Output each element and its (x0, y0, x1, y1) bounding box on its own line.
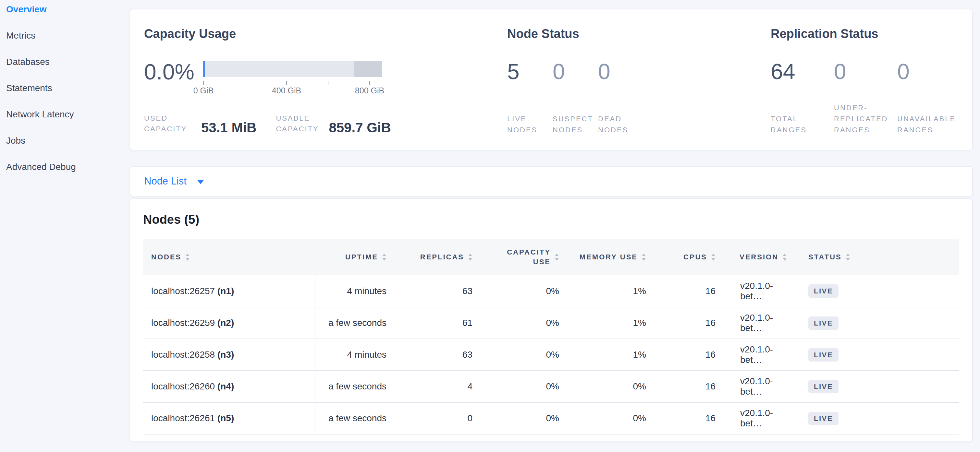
sort-arrows-icon (555, 254, 559, 261)
sort-header-uptime[interactable]: UPTIME (315, 239, 393, 275)
under-replicated-ranges-metric: 0 UNDER- REPLICATED RANGES (834, 60, 897, 136)
column-label-memory-use: MEMORY USE (579, 252, 638, 262)
capacity-use-cell: 0% (479, 371, 566, 402)
dead-nodes-value: 0 (598, 60, 643, 82)
status-badge: LIVE (808, 380, 838, 393)
node-id: (n1) (217, 286, 234, 296)
status-cell: LIVE (791, 339, 959, 371)
column-label-uptime: UPTIME (345, 252, 378, 262)
sidebar-item-statements[interactable]: Statements (0, 75, 129, 101)
replicas-cell: 4 (393, 371, 479, 402)
sidebar-item-databases[interactable]: Databases (0, 49, 129, 75)
unavailable-ranges-label: UNAVAILABLE RANGES (897, 114, 961, 136)
memory-use-cell: 1% (566, 307, 656, 339)
sort-arrows-icon (641, 254, 646, 261)
total-ranges-value: 64 (771, 60, 834, 82)
sidebar-item-network-latency[interactable]: Network Latency (0, 101, 129, 127)
capacity-use-cell: 0% (479, 402, 566, 434)
usable-capacity-label: USABLE CAPACITY (276, 113, 329, 134)
usable-capacity-value: 859.7 GiB (329, 121, 391, 134)
replication-status-title: Replication Status (771, 27, 972, 40)
column-label-replicas: REPLICAS (420, 252, 464, 262)
sort-header-capacity-use[interactable]: CAPACITY USE (479, 239, 566, 275)
column-label-cpus: CPUS (683, 252, 707, 262)
node-address: localhost:26258 (151, 349, 215, 360)
sort-header-status[interactable]: STATUS (791, 239, 959, 275)
live-nodes-value: 5 (507, 60, 553, 82)
node-address: localhost:26259 (151, 318, 215, 328)
unavailable-ranges-value: 0 (897, 60, 961, 82)
node-address-cell[interactable]: localhost:26261 (n5) (143, 402, 315, 434)
capacity-use-cell: 0% (479, 307, 566, 339)
uptime-cell: a few seconds (315, 371, 393, 402)
live-nodes-metric: 5 LIVE NODES (507, 60, 553, 136)
dead-nodes-metric: 0 DEAD NODES (598, 60, 643, 136)
capacity-usage-title: Capacity Usage (144, 27, 507, 40)
replicas-cell: 63 (393, 339, 479, 371)
status-cell: LIVE (791, 371, 959, 402)
version-cell: v20.1.0-bet… (722, 402, 791, 434)
cpus-cell: 16 (656, 275, 722, 307)
memory-use-cell: 0% (566, 402, 656, 434)
node-id: (n2) (217, 318, 234, 328)
capacity-usage-section: Capacity Usage 0.0% 0 GiB 400 GiB 800 Gi… (130, 10, 507, 150)
memory-use-cell: 1% (566, 275, 656, 307)
node-row-n1: localhost:26257 (n1) 4 minutes 63 0% 1% … (143, 275, 959, 307)
node-list-dropdown[interactable]: Node List (130, 167, 972, 196)
node-row-n2: localhost:26259 (n2) a few seconds 61 0%… (143, 307, 959, 339)
version-cell: v20.1.0-bet… (722, 339, 791, 371)
chevron-down-icon (197, 180, 204, 184)
node-address-cell[interactable]: localhost:26258 (n3) (143, 339, 315, 371)
replicas-cell: 63 (393, 275, 479, 307)
live-nodes-label: LIVE NODES (507, 114, 553, 136)
node-id: (n3) (217, 349, 234, 360)
column-label-capacity-use: CAPACITY USE (507, 247, 551, 267)
node-address-cell[interactable]: localhost:26259 (n2) (143, 307, 315, 339)
capacity-bar-reserved-segment (354, 61, 382, 77)
node-id: (n4) (217, 381, 234, 392)
used-capacity-label: USED CAPACITY (144, 113, 201, 134)
node-id: (n5) (217, 413, 234, 423)
sidebar-item-metrics[interactable]: Metrics (0, 22, 129, 49)
sort-header-nodes[interactable]: NODES (143, 239, 315, 275)
replicas-cell: 0 (393, 402, 479, 434)
unavailable-ranges-metric: 0 UNAVAILABLE RANGES (897, 60, 961, 136)
sort-arrows-icon (468, 254, 473, 261)
sidebar-item-advanced-debug[interactable]: Advanced Debug (0, 154, 129, 180)
capacity-axis-ticks (203, 77, 382, 85)
uptime-cell: 4 minutes (315, 275, 393, 307)
node-address-cell[interactable]: localhost:26257 (n1) (143, 275, 315, 307)
axis-label-400gib: 400 GiB (272, 86, 301, 95)
status-cell: LIVE (791, 402, 959, 434)
sort-header-cpus[interactable]: CPUS (656, 239, 722, 275)
version-cell: v20.1.0-bet… (722, 275, 791, 307)
used-capacity-value: 53.1 MiB (201, 121, 256, 134)
under-replicated-ranges-label: UNDER- REPLICATED RANGES (834, 103, 897, 136)
node-address-cell[interactable]: localhost:26260 (n4) (143, 371, 315, 402)
status-badge: LIVE (808, 348, 838, 362)
uptime-cell: 4 minutes (315, 339, 393, 371)
node-address: localhost:26260 (151, 381, 215, 392)
column-label-nodes: NODES (151, 252, 181, 262)
main-content: Capacity Usage 0.0% 0 GiB 400 GiB 800 Gi… (129, 0, 980, 452)
nodes-table: NODES UPTIME REPLICAS CAPACITY USE (143, 239, 959, 435)
version-cell: v20.1.0-bet… (722, 371, 791, 402)
sort-header-memory-use[interactable]: MEMORY USE (566, 239, 656, 275)
sort-arrows-icon (382, 254, 387, 261)
status-cell: LIVE (791, 307, 959, 339)
sort-header-version[interactable]: VERSION (722, 239, 791, 275)
capacity-bar-used-segment (203, 61, 205, 77)
sidebar-item-overview[interactable]: Overview (0, 0, 129, 22)
node-row-n4: localhost:26260 (n4) a few seconds 4 0% … (143, 371, 959, 402)
node-status-title: Node Status (507, 27, 770, 40)
column-label-status: STATUS (808, 252, 842, 262)
suspect-nodes-metric: 0 SUSPECT NODES (553, 60, 598, 136)
sort-header-replicas[interactable]: REPLICAS (393, 239, 479, 275)
axis-label-0gib: 0 GiB (193, 86, 214, 95)
cluster-summary-card: Capacity Usage 0.0% 0 GiB 400 GiB 800 Gi… (130, 9, 972, 150)
cpus-cell: 16 (656, 402, 722, 434)
sidebar-item-jobs[interactable]: Jobs (0, 127, 129, 154)
uptime-cell: a few seconds (315, 307, 393, 339)
cpus-cell: 16 (656, 371, 722, 402)
cpus-cell: 16 (656, 339, 722, 371)
